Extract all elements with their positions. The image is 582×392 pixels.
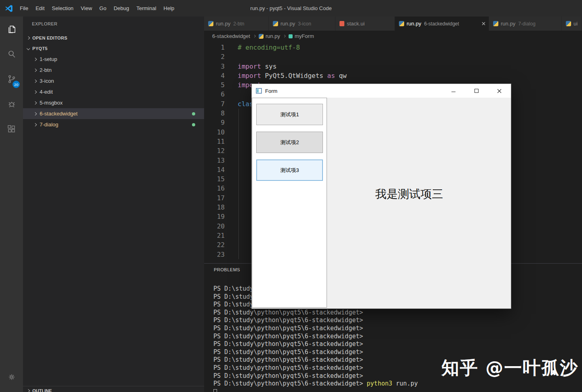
- folder-label: 4-edit: [40, 89, 53, 95]
- tab-filename: run.py: [501, 21, 515, 27]
- line-content: # encoding=utf-8: [238, 43, 300, 52]
- activitybar-search[interactable]: [0, 42, 23, 67]
- tab-run.py-7-dialog[interactable]: run.py7-dialog: [489, 17, 562, 31]
- line-number: 19: [204, 212, 225, 221]
- python-file-icon: [208, 21, 213, 26]
- tab-run.py-2-btn[interactable]: run.py2-btn: [204, 17, 269, 31]
- breadcrumb-6-stackedwidget[interactable]: 6-stackedwidget: [212, 33, 250, 39]
- breadcrumb-myform[interactable]: myForm: [289, 33, 314, 39]
- tab-close-icon[interactable]: [478, 22, 485, 25]
- tab-filename: stack.ui: [347, 21, 365, 27]
- breadcrumb-label: run.py: [266, 33, 280, 39]
- tab-filename: run.py: [280, 21, 295, 27]
- folder-item-7-dialog[interactable]: 7-dialog: [23, 119, 204, 130]
- line-number: 13: [204, 156, 225, 165]
- panel-tab-problems[interactable]: PROBLEMS: [214, 267, 240, 272]
- line-number: 8: [204, 109, 225, 118]
- close-icon: [497, 88, 502, 94]
- terminal-token: PS D:\study\python\pyqt5\6-stackedwidget…: [213, 340, 363, 348]
- folder-label: 1-setup: [40, 56, 57, 62]
- section-pyqt5[interactable]: PYQT5: [23, 44, 204, 53]
- code-token: sys: [261, 63, 277, 70]
- menu-help[interactable]: Help: [160, 5, 178, 11]
- folder-item-1-setup[interactable]: 1-setup: [23, 54, 204, 65]
- stacked-content: 我是测试项三: [327, 98, 511, 308]
- activity-bar: 20: [0, 17, 23, 392]
- chevron-right-icon: [34, 68, 37, 71]
- terminal-line-5: PS D:\study\python\pyqt5\6-stackedwidget…: [213, 317, 582, 325]
- chevron-right-icon: [34, 112, 37, 115]
- tab-run.py-3-icon[interactable]: run.py3-icon: [269, 17, 335, 31]
- line-number: 1: [204, 43, 225, 52]
- chevron-right-icon: [27, 389, 30, 392]
- menu-selection[interactable]: Selection: [48, 5, 77, 11]
- qt-window-titlebar[interactable]: Form: [252, 84, 511, 98]
- gear-icon: [7, 372, 17, 382]
- breadcrumb-separator-icon: [283, 35, 286, 38]
- tab-stack.ui[interactable]: stack.ui: [335, 17, 395, 31]
- folder-item-3-icon[interactable]: 3-icon: [23, 75, 204, 86]
- chevron-right-icon: [34, 57, 37, 61]
- activitybar-explorer[interactable]: [0, 17, 23, 42]
- menu-go[interactable]: Go: [96, 5, 110, 11]
- section-outline[interactable]: OUTLINE: [23, 386, 204, 392]
- menu-terminal[interactable]: Terminal: [133, 5, 160, 11]
- line-number: 7: [204, 99, 225, 109]
- python-file-icon: [399, 21, 404, 26]
- line-number: 11: [204, 137, 225, 146]
- project-label: PYQT5: [32, 46, 48, 51]
- terminal-token: PS D:\study\python\pyqt5\6-stackedwidget…: [213, 309, 363, 316]
- tab-bar: run.py2-btnrun.py3-iconstack.uirun.py6-s…: [204, 17, 582, 31]
- code-line-4: 4import PyQt5.QtWidgets as qw: [204, 71, 582, 80]
- test-item-button-2[interactable]: 测试项2: [256, 132, 323, 153]
- activitybar-settings[interactable]: [0, 365, 23, 390]
- folder-item-5-msgbox[interactable]: 5-msgbox: [23, 97, 204, 108]
- folder-label: 6-stackedwidget: [40, 111, 78, 117]
- git-modified-dot: [192, 112, 195, 115]
- folder-item-4-edit[interactable]: 4-edit: [23, 86, 204, 97]
- menu-edit[interactable]: Edit: [32, 5, 48, 11]
- python-file-icon: [493, 21, 498, 26]
- tab-run.py-6-stackedwidget[interactable]: run.py6-stackedwidget: [395, 17, 489, 31]
- folder-item-2-btn[interactable]: 2-btn: [23, 65, 204, 75]
- tab-ui[interactable]: ui: [562, 17, 582, 31]
- activitybar-debug[interactable]: [0, 92, 23, 117]
- folder-item-6-stackedwidget[interactable]: 6-stackedwidget: [23, 108, 204, 119]
- code-token: PyQt5.QtWidgets: [261, 72, 327, 80]
- chevron-right-icon: [27, 36, 30, 40]
- tab-folder: 2-btn: [233, 21, 244, 27]
- test-item-button-1[interactable]: 测试项1: [256, 104, 323, 125]
- scm-badge: 20: [13, 81, 20, 88]
- tab-filename: run.py: [216, 21, 230, 27]
- watermark: 知乎 @一叶孤沙: [441, 356, 578, 380]
- maximize-button[interactable]: [465, 84, 488, 98]
- form-window-title: Form: [265, 88, 277, 94]
- section-open-editors[interactable]: OPEN EDITORS: [23, 34, 204, 42]
- terminal-token: PS D:\study\python\pyqt5\6-stackedwidget…: [213, 325, 363, 332]
- chevron-right-icon: [34, 79, 37, 82]
- minimize-button[interactable]: [442, 84, 465, 98]
- breadcrumb-run.py[interactable]: run.py: [259, 33, 280, 39]
- code-token: import: [238, 72, 261, 80]
- test-item-button-3[interactable]: 测试项3: [256, 159, 323, 181]
- activitybar-extensions[interactable]: [0, 117, 23, 142]
- chevron-right-icon: [34, 101, 37, 104]
- code-line-1: 1# encoding=utf-8: [204, 43, 582, 52]
- terminal-token: PS D:\study\python\pyqt5\6-stackedwidget…: [213, 356, 363, 363]
- tab-folder: 6-stackedwidget: [424, 21, 459, 27]
- code-line-2: 2: [204, 52, 582, 61]
- close-button[interactable]: [488, 84, 511, 98]
- activitybar-source-control[interactable]: 20: [0, 67, 23, 92]
- folder-label: 5-msgbox: [40, 100, 63, 106]
- line-number: 23: [204, 250, 225, 259]
- menu-view[interactable]: View: [77, 5, 96, 11]
- debug-bug-icon: [6, 99, 17, 109]
- line-number: 10: [204, 128, 225, 137]
- line-number: 18: [204, 203, 225, 212]
- menu-debug[interactable]: Debug: [110, 5, 133, 11]
- menu-file[interactable]: File: [16, 5, 32, 11]
- tab-filename: ui: [574, 21, 578, 27]
- class-symbol-icon: [289, 34, 293, 38]
- chevron-down-icon: [27, 47, 30, 50]
- line-number: 6: [204, 90, 225, 99]
